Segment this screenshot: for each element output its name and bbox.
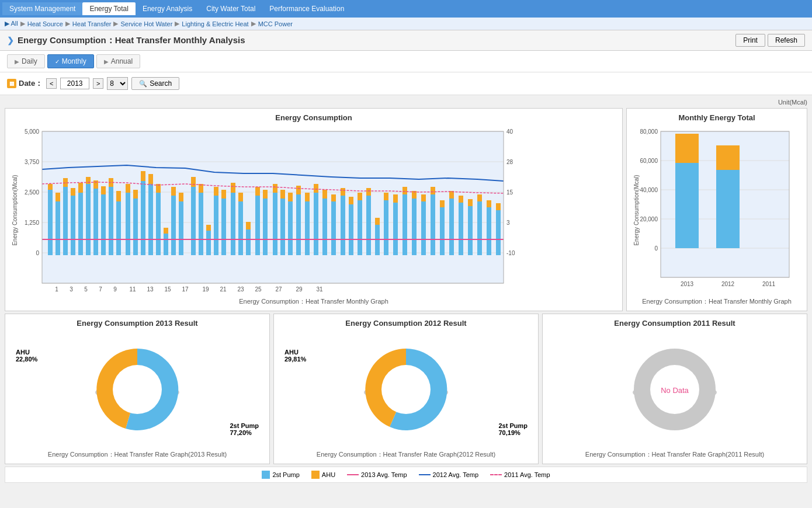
breadcrumb-heat-source[interactable]: Heat Source xyxy=(27,20,63,27)
svg-rect-84 xyxy=(238,193,243,201)
svg-rect-102 xyxy=(314,184,318,193)
pie-2011-container: No Data xyxy=(547,331,802,448)
charts-row-2: Energy Consumption 2013 Result AHU22,80% xyxy=(5,314,807,464)
svg-rect-142 xyxy=(496,203,501,210)
legend-label-2st-pump: 2st Pump xyxy=(272,471,299,478)
svg-rect-66 xyxy=(164,228,168,234)
svg-rect-136 xyxy=(468,199,473,206)
pie-2011-title: Energy Consumption 2011 Result xyxy=(547,319,802,328)
svg-rect-113 xyxy=(366,196,371,255)
svg-rect-47 xyxy=(93,189,98,255)
tab-annual[interactable]: ▶ Annual xyxy=(96,54,140,68)
pie-2012-label-ahu: AHU29,81% xyxy=(284,349,306,363)
svg-rect-91 xyxy=(273,193,277,255)
svg-text:Energy Consumption(Mcal): Energy Consumption(Mcal) xyxy=(12,175,18,245)
pie-2013-caption: Energy Consumption：Heat Transfer Rate Gr… xyxy=(10,450,265,459)
search-button[interactable]: 🔍 Search xyxy=(131,77,179,90)
svg-rect-161 xyxy=(716,145,740,170)
svg-text:27: 27 xyxy=(275,286,282,293)
content-area: Unit(Mcal) Energy Consumption 5,000 3,75… xyxy=(0,95,812,486)
svg-rect-104 xyxy=(322,190,327,199)
svg-rect-49 xyxy=(101,194,106,255)
legend-label-2013-avg-temp: 2013 Avg. Temp xyxy=(361,471,407,478)
calendar-icon: ▦ xyxy=(7,79,16,88)
svg-rect-125 xyxy=(421,201,426,255)
tab-performance-evaluation[interactable]: Performance Evaluation xyxy=(262,2,351,15)
svg-rect-109 xyxy=(349,204,353,255)
svg-rect-123 xyxy=(412,199,417,255)
legend-2011-avg-temp: 2011 Avg. Temp xyxy=(490,471,550,478)
svg-rect-68 xyxy=(171,187,176,196)
svg-text:5,000: 5,000 xyxy=(25,128,39,135)
side-chart-svg: 80,000 60,000 40,000 20,000 0 Energy Con… xyxy=(631,126,804,295)
svg-text:1: 1 xyxy=(55,286,58,293)
svg-rect-100 xyxy=(305,193,310,201)
svg-rect-36 xyxy=(48,184,53,190)
breadcrumb-heat-transfer[interactable]: Heat Transfer xyxy=(72,20,112,27)
svg-rect-135 xyxy=(468,206,473,255)
tab-energy-analysis[interactable]: Energy Analysis xyxy=(136,2,199,15)
svg-text:15: 15 xyxy=(506,189,513,196)
svg-text:13: 13 xyxy=(147,286,154,293)
svg-text:0: 0 xyxy=(654,245,658,252)
breadcrumb-mcc-power[interactable]: MCC Power xyxy=(258,20,293,27)
svg-text:2011: 2011 xyxy=(762,281,776,287)
monthly-check: ✓ xyxy=(55,58,60,65)
svg-text:1,250: 1,250 xyxy=(25,220,39,226)
tab-system-management[interactable]: System Management xyxy=(2,2,82,15)
breadcrumb-all[interactable]: ▶ All xyxy=(5,20,18,27)
tab-monthly[interactable]: ✓ Monthly xyxy=(47,54,94,68)
svg-text:19: 19 xyxy=(202,286,209,293)
prev-year-button[interactable]: < xyxy=(46,78,57,89)
svg-text:60,000: 60,000 xyxy=(640,158,658,164)
svg-text:5: 5 xyxy=(84,286,88,293)
tab-city-water-total[interactable]: City Water Total xyxy=(199,2,262,15)
svg-text:80,000: 80,000 xyxy=(640,128,658,135)
page-header: ❯ Energy Consumption：Heat Transfer Month… xyxy=(0,30,812,51)
pie-2012-caption: Energy Consumption：Heat Transfer Rate Gr… xyxy=(279,450,533,459)
breadcrumb: ▶ All ▶ Heat Source ▶ Heat Transfer ▶ Se… xyxy=(0,18,812,30)
svg-rect-107 xyxy=(341,196,345,255)
svg-rect-158 xyxy=(675,163,699,248)
svg-text:29: 29 xyxy=(296,286,303,293)
svg-rect-89 xyxy=(263,199,268,255)
legend-line-2012 xyxy=(419,474,431,475)
print-button[interactable]: Print xyxy=(735,34,765,47)
svg-rect-86 xyxy=(246,222,251,229)
month-select[interactable]: 123 456 789 101112 xyxy=(107,77,128,90)
svg-text:7: 7 xyxy=(99,286,102,293)
svg-rect-110 xyxy=(349,197,353,204)
svg-text:40: 40 xyxy=(506,128,513,135)
svg-rect-127 xyxy=(431,194,435,255)
svg-rect-140 xyxy=(487,200,491,207)
svg-rect-122 xyxy=(402,187,407,194)
svg-text:9: 9 xyxy=(113,286,117,293)
tab-energy-total[interactable]: Energy Total xyxy=(82,2,136,15)
search-icon: 🔍 xyxy=(139,80,147,88)
svg-rect-76 xyxy=(206,225,211,231)
svg-rect-112 xyxy=(358,193,362,200)
svg-rect-63 xyxy=(156,193,161,255)
svg-text:11: 11 xyxy=(129,286,136,293)
tab-daily[interactable]: ▶ Daily xyxy=(7,54,45,68)
legend-color-2st-pump xyxy=(262,471,270,479)
breadcrumb-service-hot-water[interactable]: Service Hot Water xyxy=(120,20,172,27)
refresh-button[interactable]: Refesh xyxy=(768,34,805,47)
svg-rect-50 xyxy=(101,186,106,194)
svg-rect-61 xyxy=(148,184,153,255)
next-year-button[interactable]: > xyxy=(93,78,103,89)
pie-2013-label-ahu: AHU22,80% xyxy=(16,349,37,363)
svg-rect-92 xyxy=(273,184,277,193)
year-input[interactable] xyxy=(60,78,89,89)
svg-rect-60 xyxy=(141,171,145,181)
expand-icon[interactable]: ❯ xyxy=(7,36,14,45)
svg-rect-46 xyxy=(86,177,91,184)
breadcrumb-lighting[interactable]: Lighting & Electric Heat xyxy=(182,20,248,27)
svg-rect-119 xyxy=(393,203,398,255)
svg-rect-128 xyxy=(431,187,435,194)
svg-point-169 xyxy=(381,365,431,414)
svg-text:-10: -10 xyxy=(506,250,515,256)
svg-rect-72 xyxy=(191,177,196,187)
svg-rect-101 xyxy=(314,193,318,255)
svg-rect-78 xyxy=(214,187,218,196)
